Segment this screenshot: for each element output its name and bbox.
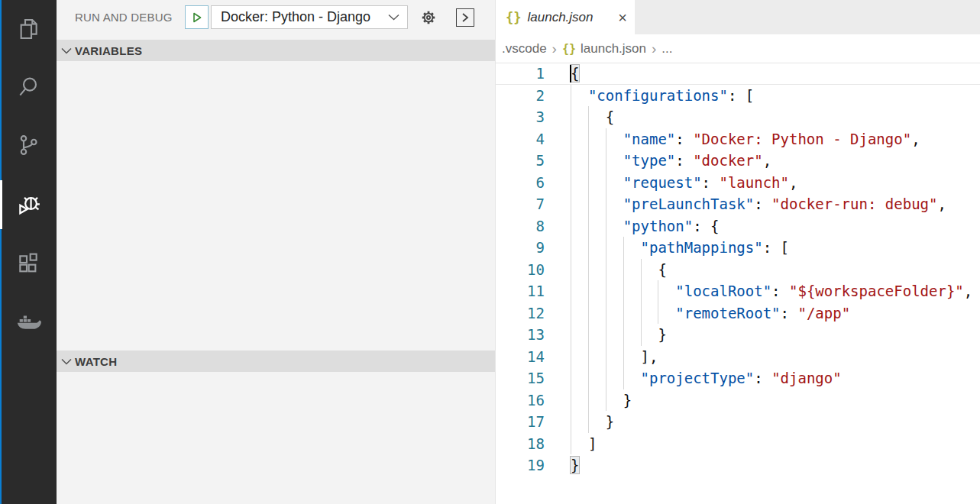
line-content: ], <box>571 346 980 368</box>
section-header-watch[interactable]: WATCH <box>57 351 495 372</box>
line-number[interactable]: 3 <box>496 106 545 128</box>
sidebar-run-and-debug: RUN AND DEBUG Docker: Python - Django <box>57 0 495 504</box>
activity-item-run-and-debug[interactable] <box>0 176 57 234</box>
debug-config-dropdown[interactable]: Docker: Python - Django <box>211 5 408 29</box>
section-label: WATCH <box>75 355 117 368</box>
indent-guide <box>606 259 606 281</box>
code-line[interactable]: 12"remoteRoot": "/app" <box>496 302 980 325</box>
start-debug-button[interactable] <box>185 5 209 29</box>
code-line[interactable]: 14], <box>496 346 980 368</box>
indent-guide <box>641 324 642 346</box>
settings-gear-button[interactable] <box>418 7 439 28</box>
line-number[interactable]: 5 <box>496 150 545 172</box>
line-number[interactable]: 9 <box>496 237 545 259</box>
line-number[interactable]: 2 <box>496 85 545 107</box>
code-line[interactable]: 16} <box>496 389 980 412</box>
indent-guide <box>588 106 589 128</box>
indent-guide <box>641 259 642 281</box>
open-debug-console-button[interactable] <box>454 7 476 28</box>
indent-guide <box>588 346 589 368</box>
line-number[interactable]: 19 <box>496 454 545 477</box>
code-line[interactable]: 13} <box>496 324 980 346</box>
json-key: "projectType" <box>641 370 755 386</box>
indent-guide <box>641 280 642 302</box>
code-line[interactable]: 8"python": { <box>496 215 980 237</box>
code-line[interactable]: 9"pathMappings": [ <box>496 237 980 259</box>
code-line[interactable]: 11"localRoot": "${workspaceFolder}", <box>496 280 980 302</box>
line-content: { <box>571 259 980 281</box>
line-content: } <box>571 411 980 433</box>
line-content: } <box>571 454 980 477</box>
gear-icon <box>419 8 438 27</box>
line-number[interactable]: 11 <box>496 280 545 302</box>
activity-item-extensions[interactable] <box>0 234 57 292</box>
code-line[interactable]: 5"type": "docker", <box>496 150 980 172</box>
json-punctuation: ], <box>641 348 658 365</box>
line-number[interactable]: 1 <box>496 63 545 85</box>
line-number[interactable]: 15 <box>496 367 545 389</box>
indent-guide <box>588 280 589 302</box>
json-punctuation: : <box>781 305 798 321</box>
indent-guide <box>588 215 589 237</box>
activity-item-source-control[interactable] <box>0 116 57 174</box>
tab-launch-json[interactable]: {} launch.json × <box>496 0 635 34</box>
indent-guide <box>606 389 606 412</box>
json-punctuation: } <box>606 413 614 430</box>
json-punctuation: ] <box>588 435 597 452</box>
line-content: "request": "launch", <box>571 172 980 194</box>
line-content: { <box>571 63 980 85</box>
close-icon[interactable]: × <box>618 10 627 25</box>
chevron-right-icon: › <box>552 40 557 57</box>
line-number[interactable]: 16 <box>496 389 545 412</box>
code-line[interactable]: 3{ <box>496 106 980 128</box>
debug-icon <box>15 192 41 218</box>
line-number[interactable]: 14 <box>496 346 545 368</box>
code-line[interactable]: 15"projectType": "django" <box>496 367 980 389</box>
line-number[interactable]: 6 <box>496 172 545 194</box>
breadcrumb-item-vscode[interactable]: .vscode <box>502 41 547 57</box>
line-number[interactable]: 10 <box>496 259 545 281</box>
json-braces-icon: {} <box>506 10 521 25</box>
code-line[interactable]: 6"request": "launch", <box>496 172 980 194</box>
indent-guide <box>588 237 589 259</box>
line-number[interactable]: 7 <box>496 193 545 215</box>
json-braces-icon: {} <box>562 42 576 56</box>
indent-guide <box>571 85 571 107</box>
line-number[interactable]: 8 <box>496 215 545 237</box>
indent-guide <box>588 367 589 389</box>
json-key: "python" <box>623 218 694 234</box>
json-string: "Docker: Python - Django" <box>693 131 911 147</box>
indent-guide <box>588 411 589 433</box>
indent-guide <box>571 433 571 455</box>
json-punctuation: : [ <box>763 239 789 256</box>
vscode-window: RUN AND DEBUG Docker: Python - Django <box>0 0 980 504</box>
code-line[interactable]: 18] <box>496 433 980 455</box>
line-number[interactable]: 4 <box>496 128 545 150</box>
chevron-down-icon <box>61 47 72 54</box>
activity-item-docker[interactable] <box>0 293 57 351</box>
code-line[interactable]: 19} <box>496 454 980 477</box>
json-punctuation: : <box>771 283 789 299</box>
activity-item-search[interactable] <box>0 58 57 116</box>
code-line[interactable]: 2"configurations": [ <box>496 85 980 107</box>
code-line[interactable]: 10{ <box>496 259 980 281</box>
code-line[interactable]: 1{ <box>496 63 980 85</box>
json-key: "remoteRoot" <box>675 305 780 321</box>
line-number[interactable]: 12 <box>496 302 545 325</box>
chevron-down-icon <box>61 358 72 365</box>
line-number[interactable]: 18 <box>496 433 545 455</box>
section-header-variables[interactable]: VARIABLES <box>57 40 495 61</box>
json-punctuation: } <box>658 326 666 343</box>
line-content: } <box>571 389 980 412</box>
code-line[interactable]: 4"name": "Docker: Python - Django", <box>496 128 980 150</box>
indent-guide <box>606 237 606 259</box>
code-line[interactable]: 7"preLaunchTask": "docker-run: debug", <box>496 193 980 215</box>
line-number[interactable]: 17 <box>496 411 545 433</box>
code-line[interactable]: 17} <box>496 411 980 433</box>
active-indicator <box>0 180 2 229</box>
activity-item-explorer[interactable] <box>0 0 57 58</box>
line-number[interactable]: 13 <box>496 324 545 346</box>
breadcrumb-item-symbol[interactable]: ... <box>661 41 672 57</box>
json-punctuation: , <box>964 283 972 299</box>
breadcrumb-item-file[interactable]: launch.json <box>581 41 646 57</box>
